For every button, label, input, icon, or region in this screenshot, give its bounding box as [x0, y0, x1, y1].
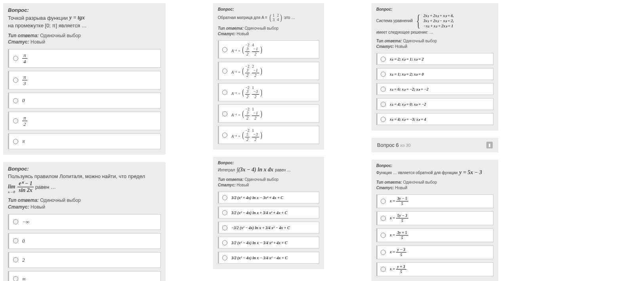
radio[interactable]	[222, 195, 227, 200]
q5-pre: Система уравнений	[376, 19, 413, 23]
q2-opt-4[interactable]: ∞	[8, 271, 161, 281]
radio[interactable]	[381, 199, 386, 204]
question-nav: Вопрос 6 из 30 ▮	[372, 138, 498, 152]
q6-formula: y = 5x − 3	[459, 169, 482, 176]
q1-formula: y = tgx	[69, 15, 85, 21]
q1-opt-1[interactable]: π4	[8, 49, 161, 68]
q4-opt-3[interactable]: −3/2 (x² − 4x) ln x + 3/4 x² − 4x + C	[218, 222, 319, 234]
q5-opt-1[interactable]: x₁ = 2; x₂ = 1; x₃ = 2	[376, 53, 493, 65]
radio[interactable]	[222, 68, 227, 74]
radio[interactable]	[13, 238, 18, 243]
q5-opt-2[interactable]: x₁ = 1; x₂ = 2; x₃ = 0	[376, 68, 493, 80]
q2-post: равен …	[35, 184, 56, 190]
q3-post: это …	[284, 15, 295, 20]
radio[interactable]	[222, 90, 227, 95]
q2-pre: Пользуясь правилом Лопиталя, можно найти…	[8, 173, 145, 179]
radio[interactable]	[381, 216, 386, 221]
q4-opt-4[interactable]: 3/2 (x² − 4x) ln x − 3/4 x² + 4x + C	[218, 237, 319, 249]
radio[interactable]	[222, 240, 227, 245]
q6-pre: Функция … является обратной для функции	[376, 171, 457, 175]
q6-opt-5[interactable]: x = y + 35	[376, 262, 493, 276]
radio[interactable]	[222, 255, 227, 260]
page-indicator-icon[interactable]: ▮	[486, 142, 493, 148]
radio[interactable]	[222, 47, 227, 52]
q2-opt-1[interactable]: −∞	[8, 214, 161, 230]
q5-system: { 2x₁ + 2x₂ + x₃ = 6, 3x₁ + 2x₂ − x₃ = 2…	[414, 13, 454, 28]
radio[interactable]	[13, 118, 18, 123]
q1-opt-2[interactable]: π3	[8, 71, 161, 89]
question-label: Вопрос:	[376, 163, 493, 168]
q1-post: на промежутке [0; π] является …	[8, 23, 87, 28]
radio[interactable]	[222, 111, 227, 116]
q2-formula: lim x→0 eˣ − 1sin 2x	[8, 181, 34, 193]
q3-opt-3[interactable]: A⁻¹ = (−2132−32)	[218, 83, 319, 101]
question-card-5: Вопрос: Система уравнений { 2x₁ + 2x₂ + …	[372, 3, 498, 131]
radio[interactable]	[381, 250, 386, 255]
q4-formula: ∫(3x − 4) ln x dx	[236, 167, 273, 173]
question-label: Вопрос:	[8, 166, 161, 172]
q5-opt-4[interactable]: x₁ = 4; x₂ = 0; x₃ = −2	[376, 98, 493, 110]
q4-opt-1[interactable]: 3/2 (x² + 4x) ln x − 3x² + 4x + C	[218, 192, 319, 203]
q4-opt-5[interactable]: 3/2 (x² − 4x) ln x − 3/4 x² − 4x + C	[218, 252, 319, 264]
q2-opt-2[interactable]: 0	[8, 233, 161, 249]
qnav-text: Вопрос 6	[377, 142, 399, 148]
q6-opt-2[interactable]: x = 5y − 35	[376, 211, 493, 225]
q5-post: имеет следующее решение: …	[376, 30, 433, 34]
question-card-6: Вопрос: Функция … является обратной для …	[372, 159, 498, 281]
question-label: Вопрос:	[376, 7, 493, 11]
radio[interactable]	[381, 87, 386, 92]
q6-opt-4[interactable]: x = y − 35	[376, 245, 493, 259]
question-label: Вопрос:	[218, 7, 319, 11]
radio[interactable]	[381, 117, 386, 122]
radio[interactable]	[13, 78, 18, 83]
q4-opt-2[interactable]: 3/2 (x² − 4x) ln x + 3/4 x² + 4x + C	[218, 207, 319, 218]
question-card-3: Вопрос: Обратная матрица для A = ( 1234 …	[213, 3, 324, 150]
question-label: Вопрос:	[218, 161, 319, 165]
q4-pre: Интеграл	[218, 168, 235, 172]
q1-opt-5[interactable]: π	[8, 133, 161, 149]
q6-opt-1[interactable]: x = 3y − 55	[376, 194, 493, 208]
q5-opt-5[interactable]: x₁ = 4; x₂ = −3; x₃ = 4	[376, 113, 493, 125]
radio[interactable]	[381, 72, 386, 77]
radio[interactable]	[13, 56, 18, 61]
q1-pre: Точкой разрыва функции	[8, 15, 68, 21]
question-card-2: Вопрос: Пользуясь правилом Лопиталя, мож…	[3, 162, 166, 281]
radio[interactable]	[222, 225, 227, 230]
q3-matrix: ( 1234 )	[269, 13, 283, 22]
question-card-4: Вопрос: Интеграл ∫(3x − 4) ln x dx равен…	[213, 157, 324, 269]
radio[interactable]	[13, 276, 18, 281]
radio[interactable]	[381, 102, 386, 107]
radio[interactable]	[13, 219, 18, 224]
q6-opt-3[interactable]: x = 3y + 55	[376, 228, 493, 242]
q4-post: равен …	[275, 168, 291, 172]
radio[interactable]	[222, 210, 227, 215]
q3-opt-1[interactable]: A⁻¹ = (−2432−12)	[218, 40, 319, 59]
question-label: Вопрос:	[8, 7, 161, 13]
radio[interactable]	[13, 98, 18, 103]
radio[interactable]	[381, 233, 386, 238]
q2-opt-3[interactable]: 2	[8, 252, 161, 268]
q5-opt-3[interactable]: x₁ = 6; x₂ = −2; x₃ = −2	[376, 83, 493, 95]
radio[interactable]	[222, 133, 227, 138]
q3-opt-5[interactable]: A⁻¹ = (−2152−32)	[218, 126, 319, 144]
q3-opt-4[interactable]: A⁻¹ = (−2132−12)	[218, 104, 319, 123]
q3-pre: Обратная матрица для A =	[218, 15, 267, 20]
q1-opt-4[interactable]: π2	[8, 112, 161, 130]
q1-opt-3[interactable]: 0	[8, 93, 161, 108]
radio[interactable]	[381, 267, 386, 272]
radio[interactable]	[13, 139, 18, 144]
qnav-of: из 30	[400, 143, 410, 148]
radio[interactable]	[13, 257, 18, 262]
q3-opt-2[interactable]: A⁻¹ = (−2232−12)	[218, 62, 319, 80]
radio[interactable]	[381, 57, 386, 62]
question-card-1: Вопрос: Точкой разрыва функции y = tgx н…	[3, 3, 166, 155]
